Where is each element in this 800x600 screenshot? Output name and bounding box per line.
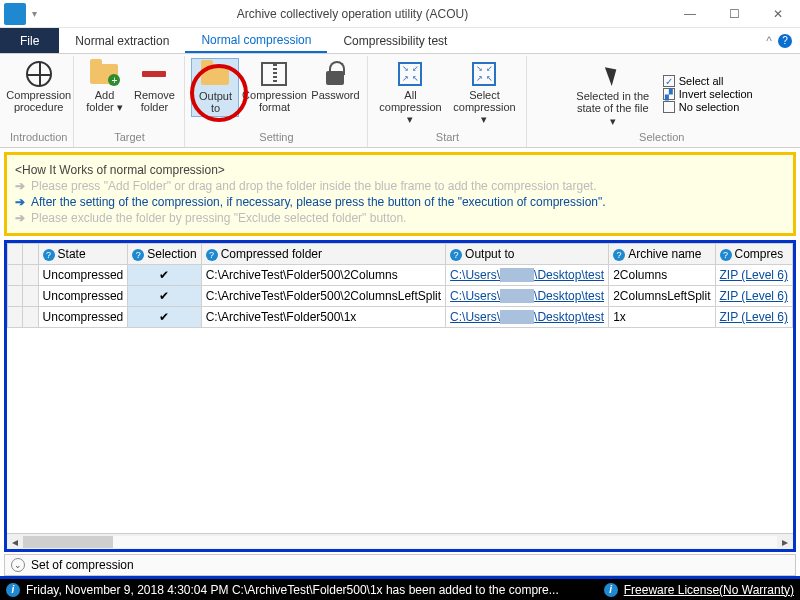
invert-selection-button[interactable]: ▞Invert selection [663,88,753,100]
status-bar: i Friday, November 9, 2018 4:30:04 PM C:… [0,576,800,600]
row-header[interactable] [8,307,23,328]
all-compression-button[interactable]: ↘↙↗↖ All compression ▾ [374,58,446,127]
col-state[interactable]: ?State [38,244,128,265]
no-selection-label: No selection [679,101,740,113]
output-to-button[interactable]: Output to [191,58,239,117]
row-header[interactable] [8,265,23,286]
cell-archive-name: 2ColumnsLeftSplit [609,286,715,307]
cell-state: Uncompressed [38,307,128,328]
cell-format[interactable]: ZIP (Level 6) [715,265,792,286]
remove-folder-label: Remove folder [134,89,175,113]
globe-icon [24,60,54,88]
invert-selection-label: Invert selection [679,88,753,100]
row-header[interactable] [8,286,23,307]
tab-normal-compression[interactable]: Normal compression [185,28,327,53]
add-folder-button[interactable]: Add folder ▾ [80,58,128,115]
arrows-in-select-icon: ↘↙↗↖ [469,60,499,88]
select-compression-label: Select compression ▾ [452,89,516,125]
col-output-to[interactable]: ?Output to [446,244,609,265]
group-label-introduction: Introduction [10,130,67,145]
select-compression-button[interactable]: ↘↙↗↖ Select compression ▾ [448,58,520,127]
help-dot-icon: ? [613,249,625,261]
tab-file[interactable]: File [0,28,59,53]
info-icon: i [6,583,20,597]
selected-in-state-label: Selected in the state of the file ▾ [575,90,651,126]
menu-tabs: File Normal extraction Normal compressio… [0,28,800,54]
tab-compressibility-test[interactable]: Compressibility test [327,28,463,53]
output-to-label: Output to [199,90,232,114]
cell-folder: C:\ArchiveTest\Folder500\2ColumnsLeftSpl… [201,286,445,307]
cell-archive-name: 1x [609,307,715,328]
minimize-button[interactable]: — [668,0,712,28]
scroll-thumb[interactable] [23,536,113,548]
table-row[interactable]: Uncompressed✔C:\ArchiveTest\Folder500\2C… [8,265,793,286]
col-compressed-folder[interactable]: ?Compressed folder [201,244,445,265]
ribbon-group-target: Add folder ▾ Remove folder Target [74,56,185,147]
help-panel: <How It Works of normal compression> ➔Pl… [4,152,796,236]
compression-table: ?State ?Selection ?Compressed folder ?Ou… [7,243,793,328]
cell-selection[interactable]: ✔ [128,286,201,307]
ribbon-collapse-icon[interactable]: ^ [766,34,772,48]
tab-normal-extraction[interactable]: Normal extraction [59,28,185,53]
table-row[interactable]: Uncompressed✔C:\ArchiveTest\Folder500\1x… [8,307,793,328]
group-label-target: Target [114,130,145,145]
help-dot-icon: ? [206,249,218,261]
table-area: ?State ?Selection ?Compressed folder ?Ou… [4,240,796,552]
row-header[interactable] [23,286,38,307]
help-dot-icon: ? [450,249,462,261]
cell-format[interactable]: ZIP (Level 6) [715,286,792,307]
horizontal-scrollbar[interactable]: ◂ ▸ [7,533,793,549]
help-line-2: ➔After the setting of the compression, i… [15,195,785,209]
remove-folder-button[interactable]: Remove folder [130,58,178,115]
cell-selection[interactable]: ✔ [128,265,201,286]
cell-selection[interactable]: ✔ [128,307,201,328]
maximize-button[interactable]: ☐ [712,0,756,28]
ribbon: Compression procedure Introduction Add f… [0,54,800,148]
scroll-track[interactable] [23,536,777,548]
arrows-in-icon: ↘↙↗↖ [395,60,425,88]
group-label-setting: Setting [259,130,293,145]
scroll-right-icon[interactable]: ▸ [777,535,793,549]
ribbon-group-setting: Output to Compression format Password Se… [185,56,368,147]
ribbon-group-selection: Selected in the state of the file ▾ ✓Sel… [527,56,796,147]
compression-procedure-button[interactable]: Compression procedure [11,58,67,115]
help-dot-icon: ? [132,249,144,261]
set-of-compression-accordion[interactable]: ⌄ Set of compression [4,554,796,576]
accordion-label: Set of compression [31,558,134,572]
table-header-row: ?State ?Selection ?Compressed folder ?Ou… [8,244,793,265]
password-button[interactable]: Password [309,58,361,103]
license-link[interactable]: Freeware License(No Warranty) [624,583,794,597]
cell-output-to[interactable]: C:\Users\xxxxx\Desktop\test [446,265,609,286]
folder-icon [200,61,230,89]
col-selection[interactable]: ?Selection [128,244,201,265]
app-icon [4,3,26,25]
cell-output-to[interactable]: C:\Users\xxxxx\Desktop\test [446,286,609,307]
help-line-1: ➔Please press "Add Folder" or drag and d… [15,179,785,193]
titlebar: ▾ Archive collectively operation utility… [0,0,800,28]
help-title: <How It Works of normal compression> [15,163,785,177]
close-button[interactable]: ✕ [756,0,800,28]
minus-icon [139,60,169,88]
help-line-3: ➔Please exclude the folder by pressing "… [15,211,785,225]
compression-procedure-label: Compression procedure [6,89,71,113]
col-archive-name[interactable]: ?Archive name [609,244,715,265]
row-header[interactable] [23,265,38,286]
compression-format-button[interactable]: Compression format [241,58,307,115]
checkbox-icon [663,101,675,113]
chevron-down-icon: ⌄ [11,558,25,572]
cell-output-to[interactable]: C:\Users\xxxxx\Desktop\test [446,307,609,328]
row-header[interactable] [23,307,38,328]
scroll-left-icon[interactable]: ◂ [7,535,23,549]
selected-in-state-button[interactable]: Selected in the state of the file ▾ [571,59,655,128]
cell-format[interactable]: ZIP (Level 6) [715,307,792,328]
cell-folder: C:\ArchiveTest\Folder500\2Columns [201,265,445,286]
help-dot-icon: ? [720,249,732,261]
help-icon[interactable]: ? [778,34,792,48]
select-all-button[interactable]: ✓Select all [663,75,753,87]
col-compression-format[interactable]: ?Compres [715,244,792,265]
lock-icon [320,60,350,88]
ribbon-group-start: ↘↙↗↖ All compression ▾ ↘↙↗↖ Select compr… [368,56,527,147]
no-selection-button[interactable]: No selection [663,101,753,113]
window-title: Archive collectively operation utility (… [37,7,668,21]
table-row[interactable]: Uncompressed✔C:\ArchiveTest\Folder500\2C… [8,286,793,307]
